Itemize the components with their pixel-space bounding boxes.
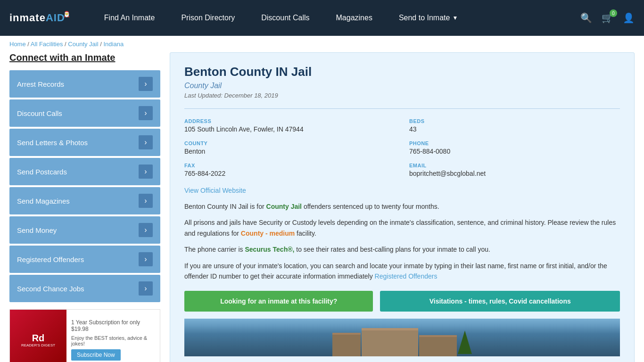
breadcrumb-indiana[interactable]: Indiana [103, 41, 124, 48]
ad-logo-area: Rd READER'S DIGEST [10, 310, 66, 362]
main-nav: Find An Inmate Prison Directory Discount… [91, 0, 580, 36]
main-content: Connect with an Inmate Arrest Records › … [0, 52, 644, 362]
nav-send-to-inmate[interactable]: Send to Inmate ▼ [386, 0, 471, 36]
facility-photo [184, 319, 620, 356]
sidebar: Connect with an Inmate Arrest Records › … [9, 52, 160, 362]
facility-description: Benton County IN Jail is for County Jail… [184, 201, 620, 281]
detail-email: EMAIL bopritchett@sbcglobal.net [409, 163, 620, 177]
sidebar-item-send-money[interactable]: Send Money › [9, 216, 160, 244]
breadcrumb-all-facilities[interactable]: All Facilities [31, 41, 63, 48]
sidebar-arrow-icon: › [139, 135, 153, 149]
county-jail-link-1[interactable]: County Jail [266, 203, 302, 210]
detail-county: COUNTY Benton [184, 140, 395, 155]
sidebar-arrow-icon: › [139, 281, 153, 296]
facility-last-updated: Last Updated: December 18, 2019 [184, 92, 620, 99]
sidebar-item-send-postcards[interactable]: Send Postcards › [9, 158, 160, 185]
ad-tagline: 1 Year Subscription for only $19.98 [71, 319, 155, 332]
facility-divider [184, 108, 620, 109]
sidebar-arrow-icon: › [139, 165, 153, 179]
registered-offenders-link[interactable]: Registered Offenders [375, 272, 438, 280]
sidebar-arrow-icon: › [139, 223, 153, 237]
sidebar-item-second-chance-jobs[interactable]: Second Chance Jobs › [9, 275, 160, 302]
sidebar-item-discount-calls[interactable]: Discount Calls › [9, 99, 160, 127]
sidebar-arrow-icon: › [139, 194, 153, 208]
nav-find-inmate[interactable]: Find An Inmate [91, 0, 168, 36]
find-inmate-button[interactable]: Looking for an inmate at this facility? [184, 291, 373, 312]
nav-prison-directory[interactable]: Prison Directory [168, 0, 248, 36]
detail-fax: FAX 765-884-2022 [184, 163, 395, 177]
santa-hat-icon: 🎅 [63, 11, 70, 17]
user-button[interactable]: 👤 [623, 12, 635, 24]
sidebar-arrow-icon: › [139, 77, 153, 91]
search-button[interactable]: 🔍 [580, 12, 592, 24]
official-website-link[interactable]: View Official Website [184, 187, 246, 194]
ad-description: Enjoy the BEST stories, advice & jokes! [71, 335, 155, 346]
cart-button[interactable]: 🛒 0 [602, 12, 613, 24]
breadcrumb-county-jail[interactable]: County Jail [68, 41, 98, 48]
detail-phone: PHONE 765-884-0080 [409, 140, 620, 155]
detail-address: ADDRESS 105 South Lincoln Ave, Fowler, I… [184, 118, 395, 133]
logo[interactable]: inmateAID 🎅 [9, 12, 72, 24]
facility-type: County Jail [184, 82, 620, 90]
visitations-button[interactable]: Visitations - times, rules, Covid cancel… [380, 291, 620, 312]
sidebar-item-arrest-records[interactable]: Arrest Records › [9, 70, 160, 98]
sidebar-item-send-letters[interactable]: Send Letters & Photos › [9, 129, 160, 156]
facility-card: Benton County IN Jail County Jail Last U… [170, 52, 635, 362]
send-to-inmate-dropdown-icon: ▼ [452, 15, 458, 21]
county-medium-link[interactable]: County - medium [241, 230, 295, 237]
ad-logo-rd: Rd [21, 333, 55, 343]
action-buttons: Looking for an inmate at this facility? … [184, 291, 620, 312]
ad-logo-sub: READER'S DIGEST [21, 343, 55, 347]
cart-badge: 0 [610, 9, 617, 17]
nav-magazines[interactable]: Magazines [323, 0, 386, 36]
sidebar-arrow-icon: › [139, 252, 153, 266]
facility-details-grid: ADDRESS 105 South Lincoln Ave, Fowler, I… [184, 118, 620, 177]
sidebar-item-send-magazines[interactable]: Send Magazines › [9, 187, 160, 214]
detail-beds: BEDS 43 [409, 118, 620, 133]
sidebar-title: Connect with an Inmate [9, 52, 160, 63]
sidebar-menu: Arrest Records › Discount Calls › Send L… [9, 70, 160, 302]
header: inmateAID 🎅 Find An Inmate Prison Direct… [0, 0, 644, 36]
facility-name: Benton County IN Jail [184, 65, 620, 79]
ad-subscribe-button[interactable]: Subscribe Now [71, 349, 121, 361]
breadcrumb-home[interactable]: Home [9, 41, 26, 48]
logo-text: inmateAID [9, 12, 65, 24]
sidebar-item-registered-offenders[interactable]: Registered Offenders › [9, 246, 160, 273]
sidebar-arrow-icon: › [139, 106, 153, 120]
ad-banner: Rd READER'S DIGEST 1 Year Subscription f… [9, 309, 160, 362]
ad-content: 1 Year Subscription for only $19.98 Enjo… [66, 310, 160, 362]
securus-tech-link[interactable]: Securus Tech®, [245, 246, 294, 253]
header-icons: 🔍 🛒 0 👤 [580, 12, 635, 24]
nav-discount-calls[interactable]: Discount Calls [248, 0, 322, 36]
breadcrumb: Home / All Facilities / County Jail / In… [0, 36, 644, 52]
